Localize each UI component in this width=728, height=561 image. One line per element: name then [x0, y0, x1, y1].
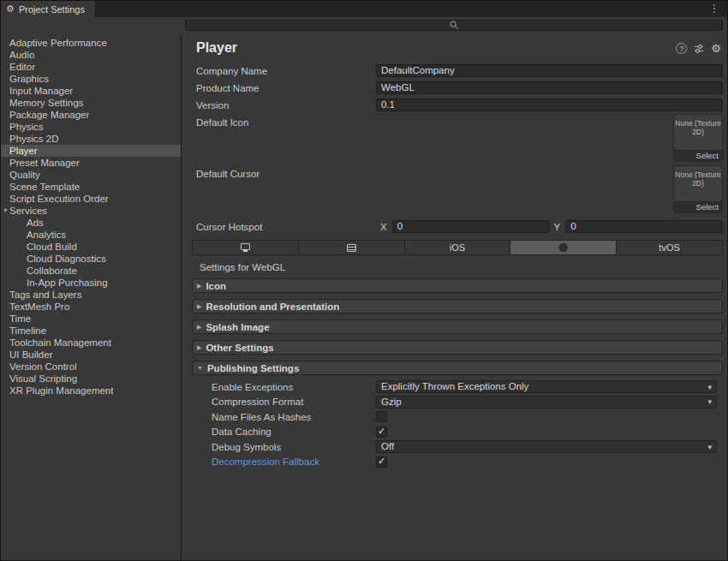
sidebar-item-xr-plugin-management[interactable]: XR Plugin Management	[1, 385, 181, 397]
gear-icon[interactable]: ⚙	[711, 43, 721, 54]
sidebar-item-editor[interactable]: Editor	[1, 61, 181, 73]
field-value: DefaultCompany	[381, 65, 455, 75]
foldout-caret-icon: ▼	[197, 365, 203, 371]
hotspot-x-input[interactable]: 0	[392, 220, 550, 233]
kebab-menu-icon[interactable]: ⋮	[709, 3, 719, 15]
sidebar-item-version-control[interactable]: Version Control	[1, 361, 181, 373]
setting-row-name-files-as-hashes: Name Files As Hashes	[192, 409, 717, 425]
sidebar-item-label: Toolchain Management	[9, 337, 111, 348]
sidebar-item-label: Quality	[9, 170, 40, 180]
default-cursor-object-field[interactable]: None (Texture 2D) Select	[673, 165, 723, 213]
settings-for-label: Settings for WebGL	[200, 262, 727, 272]
sidebar-item-analytics[interactable]: Analytics	[1, 229, 181, 241]
sidebar-item-adaptive-performance[interactable]: Adaptive Performance	[1, 37, 181, 49]
panel-header: Player ? ⚙	[182, 33, 727, 63]
sidebar-item-label: Tags and Layers	[9, 289, 81, 300]
sidebar-item-cloud-diagnostics[interactable]: Cloud Diagnostics	[1, 253, 181, 265]
section-publishing-settings[interactable]: ▼Publishing Settings	[192, 361, 723, 375]
field-label: Product Name	[196, 83, 376, 93]
section-other-settings[interactable]: ▶Other Settings	[192, 340, 723, 355]
select-button[interactable]: Select	[674, 150, 722, 161]
select-button[interactable]: Select	[674, 201, 722, 212]
debug-symbols-dropdown[interactable]: Off▾	[376, 440, 717, 453]
sidebar-item-textmesh-pro[interactable]: TextMesh Pro	[1, 301, 181, 313]
name-files-as-hashes-checkbox[interactable]	[376, 411, 387, 422]
section-icon[interactable]: ▶Icon	[192, 278, 723, 293]
platform-tab-webgl[interactable]	[510, 241, 617, 254]
section-title: Other Settings	[206, 343, 273, 353]
company-name-input[interactable]: DefaultCompany	[376, 64, 723, 77]
sidebar-item-player[interactable]: Player	[1, 145, 181, 157]
dropdown-value: Explicitly Thrown Exceptions Only	[381, 381, 707, 392]
sidebar-item-preset-manager[interactable]: Preset Manager	[1, 157, 181, 169]
setting-row-decompression-fallback: Decompression Fallback✓	[192, 455, 717, 470]
sidebar-item-label: Scene Template	[9, 182, 80, 192]
sidebar-item-package-manager[interactable]: Package Manager	[1, 109, 181, 121]
search-input[interactable]	[185, 20, 723, 31]
setting-label: Name Files As Hashes	[212, 412, 376, 422]
sidebar-item-in-app-purchasing[interactable]: In-App Purchasing	[1, 277, 181, 289]
sidebar-item-audio[interactable]: Audio	[1, 49, 181, 61]
sidebar-item-input-manager[interactable]: Input Manager	[1, 85, 181, 97]
project-settings-tab[interactable]: ⚙ Project Settings	[1, 1, 96, 17]
section-splash-image[interactable]: ▶Splash Image	[192, 319, 723, 334]
sidebar-item-tags-and-layers[interactable]: Tags and Layers	[1, 289, 181, 301]
help-icon[interactable]: ?	[676, 43, 687, 54]
sidebar-item-services[interactable]: ▼Services	[1, 205, 181, 217]
sidebar-item-ui-builder[interactable]: UI Builder	[1, 349, 181, 361]
enable-exceptions-dropdown[interactable]: Explicitly Thrown Exceptions Only▾	[376, 380, 717, 393]
standalone-icon	[241, 243, 250, 250]
sidebar-item-label: Physics 2D	[9, 134, 59, 144]
section-resolution-and-presentation[interactable]: ▶Resolution and Presentation	[192, 299, 723, 313]
sidebar-item-toolchain-management[interactable]: Toolchain Management	[1, 337, 181, 349]
sidebar-item-time[interactable]: Time	[1, 313, 181, 325]
checkmark-icon: ✓	[378, 456, 385, 467]
setting-row-enable-exceptions: Enable ExceptionsExplicitly Thrown Excep…	[192, 379, 717, 395]
foldout-caret-icon: ▶	[197, 324, 201, 331]
foldout-caret-icon[interactable]: ▼	[3, 205, 9, 217]
setting-row-data-caching: Data Caching✓	[192, 425, 717, 440]
sidebar-item-timeline[interactable]: Timeline	[1, 325, 181, 337]
platform-tab-standalone[interactable]	[193, 241, 299, 254]
default-icon-row: Default Icon None (Texture 2D) Select	[196, 114, 723, 164]
decompression-fallback-checkbox[interactable]: ✓	[376, 457, 387, 468]
sidebar-item-collaborate[interactable]: Collaborate	[1, 265, 181, 277]
sidebar-item-label: XR Plugin Management	[9, 385, 113, 396]
publishing-settings-body: Enable ExceptionsExplicitly Thrown Excep…	[192, 378, 723, 469]
section-title: Resolution and Presentation	[206, 301, 339, 312]
default-icon-object-field[interactable]: None (Texture 2D) Select	[673, 114, 723, 162]
sidebar-item-label: Time	[9, 313, 31, 324]
sidebar-item-scene-template[interactable]: Scene Template	[1, 181, 181, 193]
presets-icon[interactable]	[694, 44, 704, 54]
setting-label: Enable Exceptions	[212, 382, 376, 392]
field-label: Cursor Hotspot	[196, 222, 376, 232]
sidebar-item-physics-2d[interactable]: Physics 2D	[1, 133, 181, 145]
sidebar-item-memory-settings[interactable]: Memory Settings	[1, 97, 181, 109]
sidebar-item-label: Player	[9, 146, 38, 156]
platform-tab-tvos[interactable]: tvOS	[617, 241, 722, 254]
sidebar-item-label: Cloud Build	[27, 242, 77, 252]
sidebar-item-script-execution-order[interactable]: Script Execution Order	[1, 193, 181, 205]
x-axis-label: X	[380, 222, 387, 232]
chevron-down-icon: ▾	[707, 397, 712, 406]
setting-label: Compression Format	[212, 397, 376, 407]
sidebar-item-quality[interactable]: Quality	[1, 169, 181, 181]
compression-format-dropdown[interactable]: Gzip▾	[376, 396, 717, 409]
sidebar-item-physics[interactable]: Physics	[1, 121, 181, 133]
version-input[interactable]: 0.1	[376, 98, 723, 111]
sidebar-item-ads[interactable]: Ads	[1, 217, 181, 229]
identity-fields: Company Name DefaultCompany Product Name…	[182, 63, 727, 236]
platform-tab-dedicated-server[interactable]	[299, 241, 405, 254]
sidebar-item-graphics[interactable]: Graphics	[1, 73, 181, 85]
page-title: Player	[196, 40, 237, 56]
sidebar-item-visual-scripting[interactable]: Visual Scripting	[1, 373, 181, 385]
product-name-input[interactable]: WebGL	[376, 81, 723, 94]
data-caching-checkbox[interactable]: ✓	[376, 427, 387, 438]
platform-tab-ios[interactable]: iOS	[405, 241, 511, 254]
hotspot-y-input[interactable]: 0	[565, 220, 723, 233]
setting-label[interactable]: Decompression Fallback	[212, 457, 376, 467]
sidebar-item-cloud-build[interactable]: Cloud Build	[1, 241, 181, 253]
sidebar-item-label: TextMesh Pro	[9, 301, 69, 312]
dedicated-server-icon	[347, 244, 356, 252]
section-title: Publishing Settings	[207, 363, 299, 373]
